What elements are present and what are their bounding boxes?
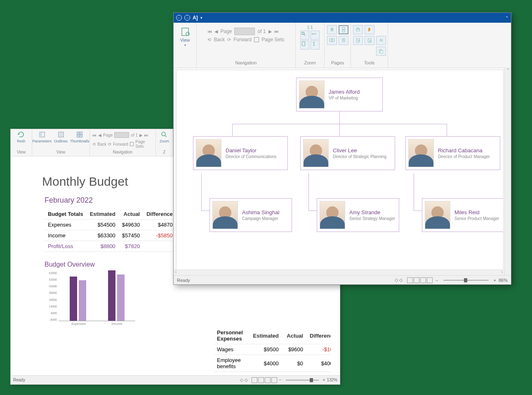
first-page-icon[interactable]: ⏮ [207,29,212,34]
forward-icon[interactable]: ⟳ [227,37,231,43]
back-label: Back [214,37,225,43]
status-ready: Ready [177,278,190,283]
navigation-group-label: Navigation [235,59,257,67]
svg-point-10 [162,132,165,136]
zoom-group-label: Zoom [304,59,315,67]
single-page-icon[interactable]: A [327,25,337,34]
layout-facing-icon[interactable] [265,377,271,383]
prev-page-icon[interactable]: ◀ [214,29,218,34]
page-sets-checkbox[interactable] [130,142,134,146]
svg-point-13 [186,32,189,35]
layout-continuous-icon[interactable] [414,277,419,283]
svg-rect-25 [356,29,359,31]
print-icon[interactable] [353,25,363,34]
text-cursor-icon[interactable]: A] [193,15,198,21]
avatar [408,139,434,167]
fit-height-icon[interactable] [311,40,320,50]
svg-rect-33 [380,50,383,53]
forward-icon[interactable]: ⟳ [108,142,111,147]
first-page-icon[interactable]: ⏮ [92,133,97,137]
refresh-button[interactable]: fresh [17,131,25,143]
avatar [299,80,325,109]
person-title: VP of Marketing [329,96,360,101]
pages-group-label: Pages [331,59,344,67]
toolbar-dropdown-icon[interactable]: ▾ [200,16,202,20]
last-page-icon[interactable]: ⏭ [144,133,148,137]
zoom-out-icon[interactable]: − [435,278,438,283]
zoom-in-icon[interactable]: + [494,278,496,283]
avatar [303,139,329,167]
org-node[interactable]: Richard CabacanaDirector of Product Mana… [405,136,500,170]
tools-group-label: Tools [364,59,375,67]
zoom-tool-icon[interactable] [300,31,309,40]
next-page-icon[interactable]: ▶ [268,29,272,34]
vertical-scrollbar[interactable]: ⌃ [504,68,511,275]
status-bar-front: Ready ◇ ◇ − + 86% [174,275,511,284]
nav-back-icon[interactable]: ← [176,15,182,21]
org-node[interactable]: Cliver LeeDirector of Strategic Planning [300,136,395,170]
person-title: Senior Strategy Manager [349,216,395,221]
org-node[interactable]: Miles ReidSenior Product Manager [422,198,504,232]
zoom-percent: 86% [499,278,508,283]
diamond-icon[interactable]: ◇ ◇ [240,378,248,382]
fit-width-icon[interactable] [311,31,320,40]
hand-tool-icon[interactable] [365,25,374,34]
person-name: Amy Strande [349,209,395,215]
view-group-label: View [17,150,26,154]
layout-continuous-icon[interactable] [258,377,264,383]
zoom-in-icon[interactable]: + [323,378,325,382]
prev-page-icon[interactable]: ◀ [98,133,101,137]
zoom-slider[interactable] [443,280,489,281]
page-sets-label: Page Sets [135,140,153,149]
org-node[interactable]: Daniel TaylorDirector of Communications [193,136,288,170]
avatar [320,201,345,229]
select-text-icon[interactable]: A [376,36,386,45]
layout-multi-icon[interactable] [427,277,433,283]
svg-text:A: A [343,39,344,41]
window-chevron-icon[interactable]: ⌃ [505,16,508,20]
page-input[interactable] [114,132,129,138]
zoom-out-icon[interactable]: − [279,378,282,382]
svg-rect-9 [80,135,82,137]
export-icon[interactable] [353,36,363,45]
zoom-slider[interactable] [286,380,319,381]
next-page-icon[interactable]: ▶ [139,133,143,137]
back-icon[interactable]: ⟲ [92,142,96,147]
last-page-icon[interactable]: ⏭ [274,29,279,34]
person-name: Miles Reid [454,209,499,215]
nav-forward-icon[interactable]: → [184,15,190,21]
layout-multi-icon[interactable] [271,377,277,383]
layout-single-icon[interactable] [407,277,413,283]
avatar [196,139,221,167]
layout-facing-icon[interactable] [420,277,426,283]
layout-single-icon[interactable] [252,377,257,383]
zoom-button[interactable]: Zoom [160,131,169,143]
back-icon[interactable]: ⟲ [207,37,211,43]
org-chart-window: ← → A] ▾ ⌃ View ▾ ⏮ ◀ Page of 1 ▶ [173,12,511,285]
view-dropdown[interactable]: View ▾ [177,25,193,49]
find-icon[interactable] [365,36,374,45]
parameters-button[interactable]: Parameters [32,131,52,143]
person-title: Senior Product Manager [454,216,499,221]
person-title: Director of Product Manager [438,154,490,159]
svg-rect-6 [77,132,80,134]
org-node[interactable]: Amy StrandeSenior Strategy Manager [317,198,399,232]
continuous-page-icon[interactable] [339,25,348,34]
fit-page-icon[interactable] [300,40,309,50]
zoom-percent: 132% [327,378,337,382]
two-page-icon[interactable] [327,36,337,45]
page-input[interactable] [234,28,255,35]
thumbnails-button[interactable]: Thumbnails [70,131,89,143]
multi-page-icon[interactable]: A [339,36,348,45]
diamond-icon[interactable]: ◇ ◇ [395,277,403,283]
view-group-label2: View [56,150,66,154]
page-sets-checkbox[interactable] [254,37,259,42]
copy-icon[interactable] [376,47,386,56]
avatar [425,201,450,229]
budget-overview-chart: 6200052000420003000020000140004000-6000 … [45,272,135,329]
org-node[interactable]: Ashima SinghalCampaign Manager [210,198,292,232]
horizontal-scrollbar[interactable]: ‹› [174,270,504,275]
outlines-button[interactable]: Outlines [54,131,68,143]
person-name: Ashima Singhal [242,209,279,215]
org-node[interactable]: James AlfordVP of Marketing [296,78,383,111]
